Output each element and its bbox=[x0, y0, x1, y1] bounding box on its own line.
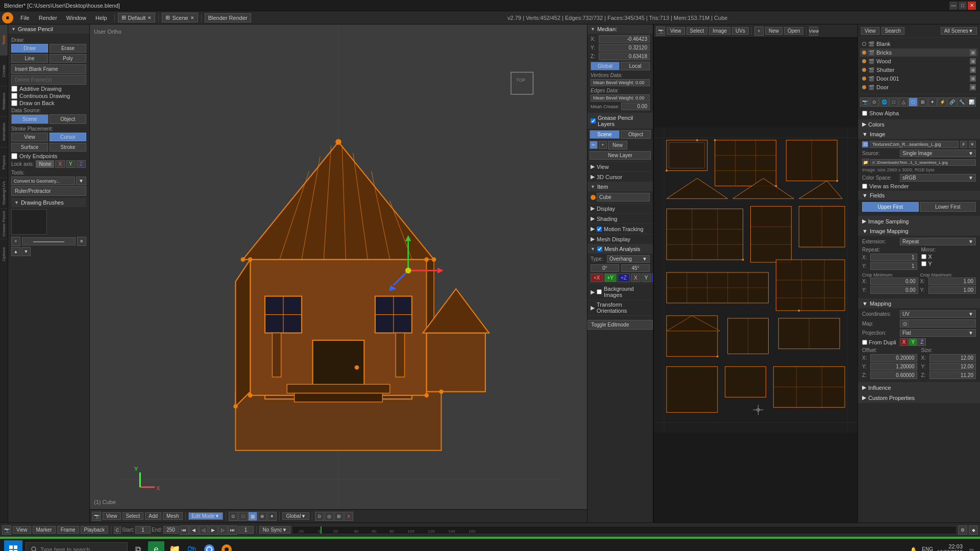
y-coord[interactable]: 0.32120 bbox=[599, 44, 650, 52]
drawing-brushes-section[interactable]: ▼ Drawing Brushes bbox=[11, 198, 86, 207]
map-input[interactable]: ⊙ bbox=[900, 319, 976, 328]
wood-grid-icon[interactable]: ⊞ bbox=[970, 58, 976, 64]
bg-images-section[interactable]: ▶ Background Images bbox=[587, 284, 653, 300]
axis-plus-y[interactable]: +Y bbox=[604, 273, 617, 282]
scene-bricks[interactable]: 🎬 Bricks ⊞ bbox=[860, 48, 978, 57]
timeline-frame[interactable]: Frame bbox=[57, 526, 79, 534]
crop-min-x[interactable]: 0.00 bbox=[870, 278, 918, 285]
delete-frames-button[interactable]: Delete Frame(s) bbox=[11, 75, 86, 85]
draw-on-back-checkbox[interactable] bbox=[11, 100, 17, 106]
vtab-shading[interactable]: Shading/UVs bbox=[0, 178, 8, 208]
texture-x[interactable]: ✕ bbox=[969, 141, 976, 148]
only-endpoints-checkbox[interactable] bbox=[11, 153, 17, 159]
x-axis-mirror[interactable]: X bbox=[344, 512, 353, 521]
jump-end-btn[interactable]: ⏭ bbox=[228, 525, 237, 535]
toggle-editmode-button[interactable]: Toggle Editmode bbox=[587, 320, 653, 330]
play-reverse-btn[interactable]: ◁ bbox=[199, 525, 208, 535]
ruler-button[interactable]: Ruler/Protractor bbox=[11, 186, 86, 196]
scene-dropdown[interactable]: ⊞ Scene ✕ bbox=[162, 13, 198, 22]
taskbar-edge-icon[interactable]: e bbox=[148, 541, 164, 552]
upper-first-btn[interactable]: Upper First bbox=[862, 202, 919, 212]
mesh-menu[interactable]: Mesh bbox=[163, 512, 182, 520]
uv-select-btn[interactable]: Select bbox=[687, 27, 708, 35]
from-dupli-check[interactable] bbox=[862, 340, 867, 345]
uv-view-btn[interactable]: View bbox=[667, 27, 685, 35]
mirror-y-check[interactable] bbox=[921, 261, 926, 266]
brush-remove[interactable]: ✕ bbox=[77, 237, 86, 246]
gp-scene-tab[interactable]: Scene bbox=[590, 130, 620, 139]
renderer-dropdown[interactable]: Blender Render bbox=[205, 13, 251, 22]
global-btn[interactable]: Global bbox=[591, 62, 620, 70]
view-section[interactable]: ▶ View bbox=[587, 162, 653, 172]
item-header[interactable]: ▼ Item bbox=[587, 182, 653, 191]
motion-tracking-section[interactable]: ▶ Motion Tracking bbox=[587, 224, 653, 234]
source-dropdown[interactable]: Single Image ▼ bbox=[900, 149, 976, 157]
data-source-scene[interactable]: Scene bbox=[11, 114, 48, 124]
from-dupli-x[interactable]: X bbox=[900, 338, 909, 346]
size-y[interactable]: 12.00 bbox=[929, 363, 976, 370]
motion-tracking-check[interactable] bbox=[597, 227, 602, 232]
uv-image-btn[interactable]: Image bbox=[709, 27, 730, 35]
modifiers-icon[interactable]: 🔧 bbox=[957, 97, 966, 107]
texture-icon[interactable]: ⊞ bbox=[918, 97, 927, 107]
menu-window[interactable]: Window bbox=[62, 14, 90, 22]
gp-object-tab[interactable]: Object bbox=[621, 130, 651, 139]
convert-arrow[interactable]: ▼ bbox=[76, 177, 86, 185]
placement-stroke[interactable]: Stroke bbox=[50, 143, 86, 152]
repeat-y[interactable]: 1 bbox=[870, 262, 917, 270]
texture-browse[interactable]: F bbox=[960, 141, 967, 148]
lock-none[interactable]: None bbox=[36, 160, 54, 168]
crop-max-y[interactable]: 1.00 bbox=[928, 286, 976, 294]
crop-max-x[interactable]: 1.00 bbox=[928, 278, 976, 285]
material-icon[interactable]: ⬡ bbox=[909, 97, 918, 107]
insert-blank-button[interactable]: Insert Blank Frame bbox=[11, 64, 86, 74]
mean-bevel-v[interactable]: Mean Bevel Weight: 0.00 bbox=[591, 79, 650, 86]
from-dupli-z[interactable]: Z bbox=[918, 338, 926, 346]
gp-paint-icon[interactable]: ✏ bbox=[590, 141, 598, 149]
snap-icon[interactable]: ⊙ bbox=[315, 512, 324, 521]
right-view-btn[interactable]: View bbox=[861, 27, 879, 35]
render-icon[interactable]: 📷 bbox=[860, 97, 869, 107]
edit-mode-dropdown[interactable]: Edit Mode ▼ bbox=[188, 512, 224, 520]
menu-render[interactable]: Render bbox=[35, 14, 61, 22]
brush-add[interactable]: + bbox=[11, 237, 20, 246]
global-dropdown[interactable]: Global ▼ bbox=[282, 512, 309, 520]
door001-grid-icon[interactable]: ⊞ bbox=[970, 76, 976, 82]
lock-z[interactable]: Z bbox=[77, 160, 86, 168]
placement-surface[interactable]: Surface bbox=[11, 143, 48, 152]
viewport-3d[interactable]: User Ortho bbox=[90, 24, 587, 509]
gp-new-button[interactable]: New bbox=[608, 141, 627, 149]
scene-wood[interactable]: 🎬 Wood ⊞ bbox=[860, 57, 978, 65]
path-folder-icon[interactable]: 📁 bbox=[862, 159, 869, 166]
size-x[interactable]: 12.00 bbox=[929, 354, 976, 362]
lock-y[interactable]: Y bbox=[66, 160, 76, 168]
mesh-analysis-header[interactable]: ▼ Mesh Analysis bbox=[587, 244, 653, 254]
viewport-icon-2[interactable]: □ bbox=[238, 512, 248, 521]
lower-first-btn[interactable]: Lower First bbox=[920, 202, 976, 212]
vtab-tools[interactable]: Tools bbox=[0, 24, 8, 55]
x-coord[interactable]: -0.46423 bbox=[599, 35, 650, 43]
proportional-icon[interactable]: ◎ bbox=[325, 512, 334, 521]
viewport-icon-1[interactable]: ⊙ bbox=[229, 512, 238, 521]
viewport-icon-5[interactable]: ✦ bbox=[267, 512, 277, 521]
placement-view[interactable]: View bbox=[11, 133, 48, 141]
gp-layers-check[interactable] bbox=[591, 118, 596, 123]
uv-camera-icon[interactable]: 📷 bbox=[656, 27, 665, 36]
mesh-display-section[interactable]: ▶ Mesh Display bbox=[587, 234, 653, 244]
mesh-data-icon[interactable]: △ bbox=[899, 97, 908, 107]
bricks-grid-icon[interactable]: ⊞ bbox=[970, 49, 976, 56]
taskbar-store-icon[interactable]: 🛍 bbox=[185, 542, 199, 552]
viewport-camera-icon[interactable]: 📷 bbox=[92, 512, 101, 521]
display-section[interactable]: ▶ Display bbox=[587, 204, 653, 214]
play-btn[interactable]: ▶ bbox=[209, 525, 218, 535]
constraints-icon[interactable]: 🔗 bbox=[947, 97, 957, 107]
custom-props-header[interactable]: ▶ Custom Properties bbox=[858, 393, 980, 403]
z-coord[interactable]: 0.63418 bbox=[599, 53, 650, 60]
continuous-checkbox[interactable] bbox=[11, 93, 17, 99]
taskbar-search-box[interactable]: Type here to search bbox=[26, 542, 128, 552]
transform-orient-section[interactable]: ▶ Transform Orientations bbox=[587, 300, 653, 316]
close-button[interactable]: ✕ bbox=[968, 2, 976, 10]
gp-add-icon[interactable]: + bbox=[599, 141, 607, 149]
vtab-options[interactable]: Options bbox=[0, 239, 8, 269]
physics-icon[interactable]: ⚡ bbox=[938, 97, 947, 107]
